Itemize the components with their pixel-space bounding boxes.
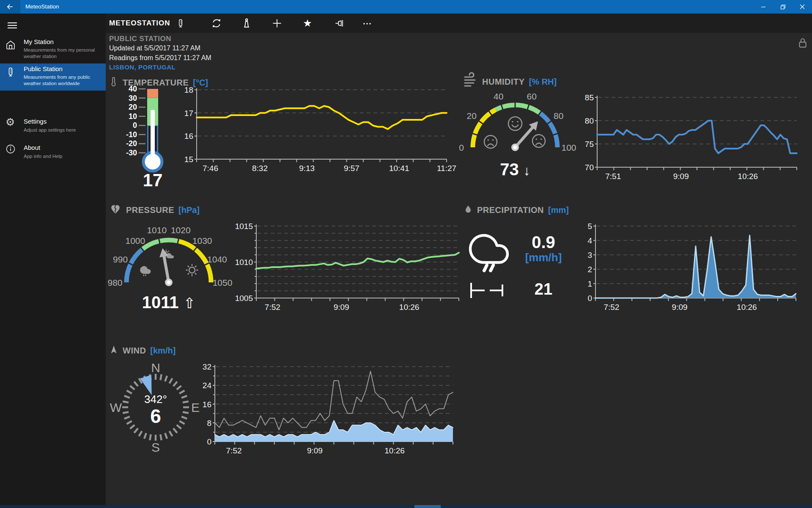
locate-station-button[interactable] (238, 15, 255, 32)
svg-text:75: 75 (585, 140, 594, 149)
panel-unit: [km/h] (150, 346, 176, 356)
svg-text:1010: 1010 (235, 258, 253, 267)
sidebar-item-public-station[interactable]: Public Station Measurements from any pub… (0, 64, 106, 91)
sidebar-item-settings[interactable]: ⚙ Settings Adjust app settings here (0, 115, 106, 139)
temperature-gauge: 403020100-10-20-30 (118, 84, 182, 174)
pressure-value: 1011 ⇧ (126, 293, 211, 312)
svg-text:1000: 1000 (125, 236, 145, 246)
svg-text:10:41: 10:41 (389, 164, 409, 173)
sidebar-item-label: About (24, 144, 40, 151)
panel-unit: [mm] (548, 205, 569, 215)
precipitation-panel: PRECIPITATION [mm] 0.9 [mm/h] 21 0123457… (460, 203, 804, 330)
panel-title: PRECIPITATION (477, 205, 544, 215)
panel-unit: [% RH] (529, 77, 557, 87)
droplet-icon (464, 203, 473, 217)
svg-text:-30: -30 (126, 149, 137, 157)
svg-text:17: 17 (184, 109, 193, 118)
readings-timestamp: Readings from 5/5/2017 11:27 AM (109, 54, 211, 62)
svg-text:0: 0 (133, 121, 137, 130)
hamburger-menu-button[interactable] (0, 16, 20, 33)
svg-text:10:26: 10:26 (399, 303, 420, 312)
pin-button[interactable] (331, 15, 348, 32)
more-button[interactable] (358, 15, 376, 32)
sidebar-item-label: My Station (24, 38, 54, 45)
station-name: METEOSTATION (109, 19, 170, 28)
refresh-icon (211, 18, 222, 29)
back-arrow-icon (6, 3, 14, 11)
svg-text:1010: 1010 (147, 225, 167, 235)
window-titlebar: MeteoStation (0, 0, 812, 14)
back-button[interactable] (0, 0, 20, 14)
panel-unit: [hPa] (178, 205, 200, 215)
lock-icon (797, 36, 809, 52)
sidebar-item-desc: Adjust app settings here (24, 127, 101, 133)
home-icon (5, 40, 16, 52)
svg-text:7:52: 7:52 (226, 446, 242, 455)
svg-text:7:51: 7:51 (605, 172, 621, 181)
taskbar-edge[interactable] (0, 505, 812, 508)
wind-speed-value: 6 (130, 405, 181, 428)
sidebar-item-about[interactable]: About App info and Help (0, 141, 106, 165)
svg-text:40: 40 (494, 91, 503, 101)
precipitation-duration: 21 (518, 280, 569, 298)
temperature-value: 17 (121, 170, 184, 190)
favorite-button[interactable]: ★ (299, 15, 316, 32)
minimize-button[interactable] (754, 0, 773, 14)
svg-text:2: 2 (587, 265, 592, 274)
svg-text:9:09: 9:09 (673, 172, 689, 181)
pressure-trend-arrow: ⇧ (184, 295, 196, 311)
svg-text:1: 1 (587, 279, 592, 288)
svg-text:10: 10 (129, 112, 137, 121)
svg-text:9:57: 9:57 (344, 164, 359, 173)
svg-text:-20: -20 (126, 139, 137, 148)
thermometer-icon (109, 75, 118, 91)
svg-text:80: 80 (554, 111, 563, 121)
humidity-icon (464, 75, 478, 89)
svg-text:15: 15 (184, 155, 193, 164)
gear-icon: ⚙ (5, 117, 15, 127)
svg-text:7:52: 7:52 (604, 303, 619, 312)
temperature-chart: 151617187:468:329:139:5710:4111:27 (180, 85, 453, 174)
temperature-panel: TEMPERATURE [°C] 403020100-10-20-30 17 1… (106, 75, 457, 198)
svg-text:9:09: 9:09 (672, 303, 688, 312)
add-button[interactable] (268, 15, 286, 32)
svg-text:80: 80 (585, 116, 594, 125)
taskbar-active-hint (414, 505, 441, 508)
svg-text:1040: 1040 (207, 254, 227, 264)
svg-text:1030: 1030 (192, 236, 212, 246)
info-icon (5, 144, 16, 156)
svg-text:10:26: 10:26 (737, 303, 757, 312)
humidity-panel: HUMIDITY [% RH] 020406080100 73 ↓ 707580… (456, 75, 804, 198)
pressure-heart-icon (109, 203, 122, 217)
more-icon (362, 18, 372, 28)
wind-chart: 081624327:529:0910:26 (198, 362, 458, 458)
svg-text:980: 980 (107, 278, 122, 287)
svg-text:N: N (151, 361, 160, 375)
svg-text:20: 20 (129, 103, 137, 111)
station-icon (5, 67, 16, 79)
pin-icon (334, 18, 345, 29)
restore-button[interactable] (773, 0, 793, 14)
window-title: MeteoStation (25, 0, 59, 14)
station-icon (176, 18, 185, 30)
svg-text:1015: 1015 (235, 222, 253, 231)
svg-text:20: 20 (467, 111, 477, 121)
svg-text:30: 30 (129, 94, 137, 102)
command-bar: METEOSTATION (106, 14, 812, 33)
svg-text:85: 85 (585, 93, 594, 102)
station-header-title: PUBLIC STATION (109, 35, 171, 43)
humidity-gauge: 020406080100 (456, 90, 574, 167)
svg-text:16: 16 (203, 400, 211, 409)
svg-text:8: 8 (207, 419, 211, 428)
close-button[interactable] (793, 0, 812, 14)
humidity-trend-arrow: ↓ (524, 163, 530, 178)
svg-text:3: 3 (587, 251, 592, 260)
svg-text:24: 24 (203, 381, 212, 390)
svg-text:100: 100 (561, 143, 576, 152)
station-header: PUBLIC STATION Updated at 5/5/2017 11:27… (106, 33, 812, 75)
sidebar-item-my-station[interactable]: My Station Measurements from my personal… (0, 36, 106, 63)
sidebar: My Station Measurements from my personal… (0, 14, 106, 505)
refresh-button[interactable] (208, 15, 225, 32)
station-location: LISBON, PORTUGAL (109, 64, 176, 71)
svg-text:11:27: 11:27 (437, 164, 456, 173)
